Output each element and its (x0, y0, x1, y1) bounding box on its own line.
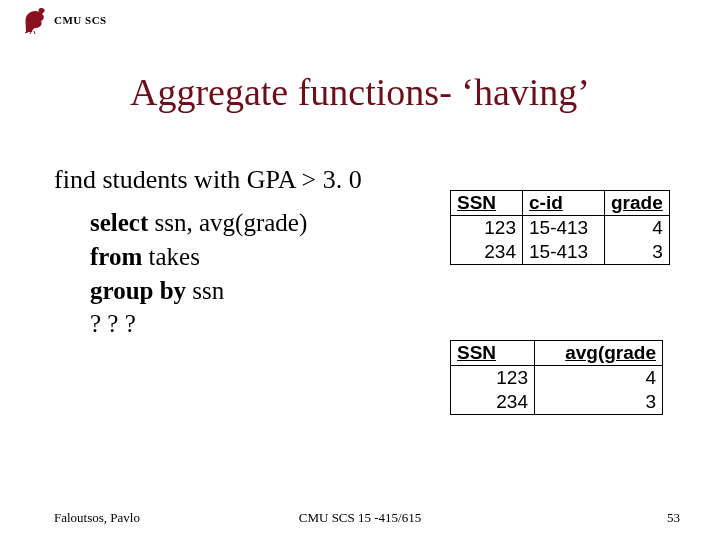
col-avggrade: avg(grade (535, 341, 663, 366)
sql-query: select ssn, avg(grade) from takes group … (90, 206, 307, 341)
table-row: 123 4 (451, 366, 663, 391)
cell: 123 (451, 366, 535, 391)
query-line-2: from takes (90, 240, 307, 274)
table-header-row: SSN avg(grade (451, 341, 663, 366)
slide-header: CMU SCS (22, 6, 107, 34)
table-header-row: SSN c-id grade (451, 191, 670, 216)
table-row: 123 15-413 4 (451, 216, 670, 241)
kw-from: from (90, 243, 142, 270)
col-ssn: SSN (451, 191, 523, 216)
griffin-logo-icon (22, 6, 48, 34)
result-table: SSN avg(grade 123 4 234 3 (450, 340, 663, 415)
txt-select-cols: ssn, avg(grade) (148, 209, 307, 236)
kw-groupby: group by (90, 277, 186, 304)
table-row: 234 15-413 3 (451, 240, 670, 265)
query-line-1: select ssn, avg(grade) (90, 206, 307, 240)
query-line-3: group by ssn (90, 274, 307, 308)
txt-groupby-col: ssn (186, 277, 224, 304)
footer-course: CMU SCS 15 -415/615 (0, 510, 720, 526)
cell: 15-413 (523, 240, 605, 265)
cell: 3 (535, 390, 663, 415)
cell: 123 (451, 216, 523, 241)
col-ssn: SSN (451, 341, 535, 366)
table-row: 234 3 (451, 390, 663, 415)
cell: 234 (451, 390, 535, 415)
txt-from-table: takes (142, 243, 200, 270)
cell: 4 (605, 216, 670, 241)
cell: 234 (451, 240, 523, 265)
kw-select: select (90, 209, 148, 236)
cell: 3 (605, 240, 670, 265)
query-line-4: ? ? ? (90, 307, 307, 341)
header-org: CMU SCS (54, 14, 107, 26)
slide-title: Aggregate functions- ‘having’ (0, 70, 720, 114)
takes-table: SSN c-id grade 123 15-413 4 234 15-413 3 (450, 190, 670, 265)
col-cid: c-id (523, 191, 605, 216)
cell: 4 (535, 366, 663, 391)
slide-subtitle: find students with GPA > 3. 0 (54, 165, 362, 195)
cell: 15-413 (523, 216, 605, 241)
footer-page: 53 (667, 510, 680, 526)
col-grade: grade (605, 191, 670, 216)
